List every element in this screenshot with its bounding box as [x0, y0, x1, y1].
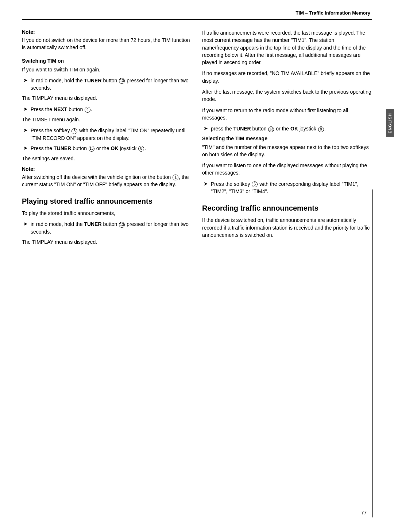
note2-text: After switching off the device with the … [22, 173, 191, 188]
bullet-hold-tuner-2-text: in radio mode, hold the TUNER button 13 … [31, 220, 191, 235]
bullet-press-tuner-right-text: press the TUNER button 13 or the OK joys… [211, 125, 371, 132]
bullet-softkey-5: ➤ Press the softkey 5 with the display l… [22, 127, 191, 142]
english-tab: ENGLISH [386, 109, 394, 137]
note1-text: If you do not switch on the device for m… [22, 36, 191, 51]
bullet-press-tuner-right: ➤ press the TUNER button 13 or the OK jo… [202, 125, 371, 132]
bullet-arrow-icon-3: ➤ [23, 127, 28, 133]
recording-traffic-text: If the device is switched on, traffic an… [202, 216, 371, 239]
timplay-displayed-2: The TIMPLAY menu is displayed. [22, 238, 191, 246]
switching-tim-heading: Switching TIM on [22, 58, 191, 64]
bullet-arrow-icon-2: ➤ [23, 106, 28, 112]
bottom-vline [372, 189, 373, 517]
selecting-tim-para2: If you want to listen to one of the disp… [202, 162, 371, 177]
top-rule [22, 19, 372, 20]
bullet-arrow-icon-7: ➤ [204, 181, 208, 187]
bullet-hold-tuner-1-text: in radio mode, hold the TUNER button 13 … [31, 77, 191, 92]
right-intro-text: If traffic announcements were recorded, … [202, 29, 371, 66]
bullet-tuner-ok-text: Press the TUNER button 13 or the OK joys… [31, 145, 191, 152]
bullet-hold-tuner-1: ➤ in radio mode, hold the TUNER button 1… [22, 77, 191, 92]
bullet-arrow-icon: ➤ [23, 77, 28, 83]
bullet-hold-tuner-2: ➤ in radio mode, hold the TUNER button 1… [22, 220, 191, 235]
bullet-press-next-text: Press the NEXT button 4. [31, 106, 191, 113]
content-area: Note: If you do not switch on the device… [22, 22, 371, 510]
timset-again: The TIMSET menu again. [22, 116, 191, 123]
page-number: 77 [361, 510, 367, 516]
no-messages-text: If no messages are recorded, "NO TIM AVA… [202, 70, 371, 85]
recording-traffic-heading: Recording traffic announcements [202, 204, 371, 213]
timplay-displayed-1: The TIMPLAY menu is displayed. [22, 94, 191, 102]
after-last-text: After the last message, the system switc… [202, 88, 371, 103]
left-column: Note: If you do not switch on the device… [22, 22, 191, 510]
switching-tim-intro: If you want to switch TIM on again, [22, 66, 191, 73]
settings-saved: The settings are saved. [22, 155, 191, 162]
bullet-press-next: ➤ Press the NEXT button 4. [22, 106, 191, 113]
selecting-tim-heading: Selecting the TIM message [202, 136, 371, 141]
selecting-tim-para1: "TIM" and the number of the message appe… [202, 144, 371, 159]
return-radio-text: If you want to return to the radio mode … [202, 107, 371, 122]
page-container: TIM – Traffic Information Memory ENGLISH… [0, 0, 394, 532]
header-title: TIM – Traffic Information Memory [296, 10, 370, 16]
bullet-softkey-5-right-text: Press the softkey 5 with the correspondi… [211, 180, 371, 195]
playing-stored-intro: To play the stored traffic announcements… [22, 210, 191, 217]
bullet-arrow-icon-5: ➤ [23, 221, 28, 227]
bullet-arrow-icon-6: ➤ [204, 125, 208, 131]
right-column: If traffic announcements were recorded, … [202, 22, 371, 510]
bullet-softkey-5-right: ➤ Press the softkey 5 with the correspon… [202, 180, 371, 195]
bullet-softkey-5-text: Press the softkey 5 with the display lab… [31, 127, 191, 142]
note2-label: Note: [22, 166, 191, 172]
playing-stored-heading: Playing stored traffic announcements [22, 197, 191, 206]
note1-label: Note: [22, 29, 191, 35]
bullet-arrow-icon-4: ➤ [23, 145, 28, 151]
bullet-tuner-ok: ➤ Press the TUNER button 13 or the OK jo… [22, 145, 191, 152]
